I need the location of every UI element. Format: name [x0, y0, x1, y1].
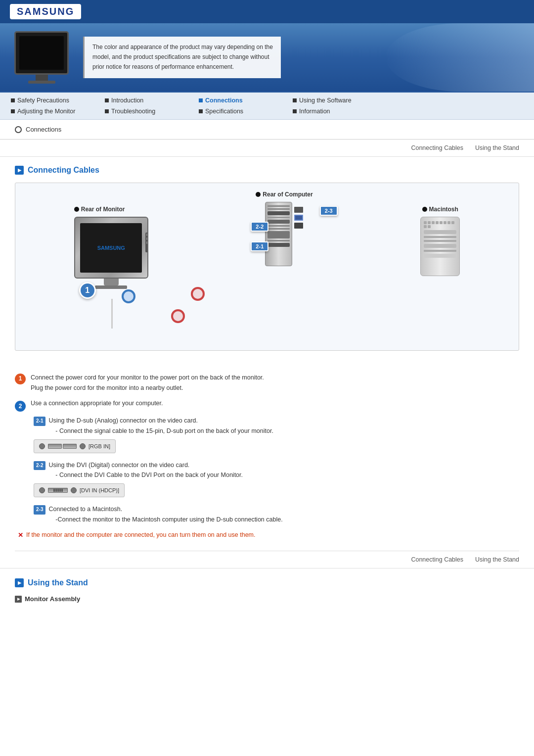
sub-nav: Connecting Cables Using the Stand: [0, 140, 534, 157]
section-connecting-cables: ▶ Connecting Cables Rear of Monitor SAMS…: [0, 157, 534, 365]
tab-bottom-using-stand[interactable]: Using the Stand: [475, 556, 519, 563]
nav-square-software: [293, 98, 297, 102]
nav-square-information: [293, 109, 297, 113]
nav-row-2: Adjusting the Monitor Troubleshooting Sp…: [8, 106, 526, 117]
badge-22-diagram: 2-2: [251, 222, 268, 232]
monitor-silhouette: [12, 31, 71, 84]
nav-item-introduction[interactable]: Introduction: [102, 96, 196, 105]
breadcrumb: Connections: [0, 120, 534, 140]
logo: SAMSUNG: [10, 4, 81, 19]
nav-square-troubleshooting: [105, 109, 109, 113]
nav-item-troubleshooting[interactable]: Troubleshooting: [102, 107, 196, 116]
note-line: ✕ If the monitor and the computer are co…: [18, 531, 519, 539]
rear-computer-label: Rear of Computer: [256, 191, 312, 198]
rgb-connector-image: [RGB IN]: [34, 439, 116, 453]
sub-section-icon: ▶: [15, 596, 22, 603]
badge-2: 2: [15, 401, 26, 412]
note-x-icon: ✕: [18, 531, 23, 539]
nav-item-adjusting[interactable]: Adjusting the Monitor: [8, 107, 102, 116]
nav-item-software[interactable]: Using the Software: [290, 96, 384, 105]
breadcrumb-circle-icon: [15, 126, 22, 133]
nav-item-information[interactable]: Information: [290, 107, 384, 116]
dvi-connector-image: [DVI IN (HDCP)]: [34, 483, 125, 497]
badge-23-diagram: 2-3: [320, 206, 338, 216]
tab-bottom-connecting-cables[interactable]: Connecting Cables: [411, 556, 463, 563]
rear-monitor-label: Rear of Monitor: [74, 206, 125, 213]
instruction-21: 2-1 Using the D-sub (Analog) connector o…: [34, 416, 519, 455]
computer-diagram: Rear of Computer: [256, 191, 312, 266]
instructions-section: 1 Connect the power cord for your monito…: [0, 365, 534, 551]
instruction-23: 2-3 Connected to a Macintosh. -Connect t…: [34, 504, 519, 524]
nav-bar: Safety Precautions Introduction Connecti…: [0, 92, 534, 120]
section-using-stand: ▶ Using the Stand ▶ Monitor Assembly: [0, 578, 534, 617]
section2-icon: ▶: [15, 578, 24, 587]
nav-square-intro: [105, 98, 109, 102]
nav-item-safety[interactable]: Safety Precautions: [8, 96, 102, 105]
nav-square-adjusting: [11, 109, 15, 113]
badge-1-diagram: 1: [79, 282, 96, 299]
section1-title: ▶ Connecting Cables: [15, 166, 519, 175]
badge-1: 1: [15, 374, 26, 384]
badge-22: 2-2: [34, 461, 45, 471]
nav-item-connections[interactable]: Connections: [196, 96, 290, 105]
nav-square-specifications: [199, 109, 203, 113]
nav-item-specifications[interactable]: Specifications: [196, 107, 290, 116]
instruction-2: 2 Use a connection appropriate for your …: [15, 400, 519, 412]
connection-diagram: Rear of Monitor SAMSUNG: [15, 183, 519, 351]
monitor-assembly-title: ▶ Monitor Assembly: [15, 595, 519, 603]
section2-title: ▶ Using the Stand: [15, 578, 519, 587]
section1-icon: ▶: [15, 166, 24, 175]
badge-21-diagram: 2-1: [251, 241, 268, 251]
macintosh-label: Macintosh: [422, 206, 458, 213]
nav-square-connections: [199, 98, 203, 102]
badge-21: 2-1: [34, 417, 45, 426]
nav-square-safety: [11, 98, 15, 102]
nav-row-1: Safety Precautions Introduction Connecti…: [8, 94, 526, 106]
mac-diagram: Macintosh: [420, 206, 460, 276]
instruction-22: 2-2 Using the DVI (Digital) connector on…: [34, 460, 519, 499]
header-description-box: The color and appearance of the product …: [83, 37, 281, 78]
tab-using-stand[interactable]: Using the Stand: [475, 144, 519, 151]
header: SAMSUNG The color and appearance of the …: [0, 0, 534, 92]
monitor-diagram: Rear of Monitor SAMSUNG: [74, 206, 148, 289]
tab-connecting-cables[interactable]: Connecting Cables: [411, 144, 463, 151]
instruction-1: 1 Connect the power cord for your monito…: [15, 373, 519, 393]
badge-23: 2-3: [34, 505, 45, 515]
sub-nav-bottom: Connecting Cables Using the Stand: [0, 551, 534, 568]
